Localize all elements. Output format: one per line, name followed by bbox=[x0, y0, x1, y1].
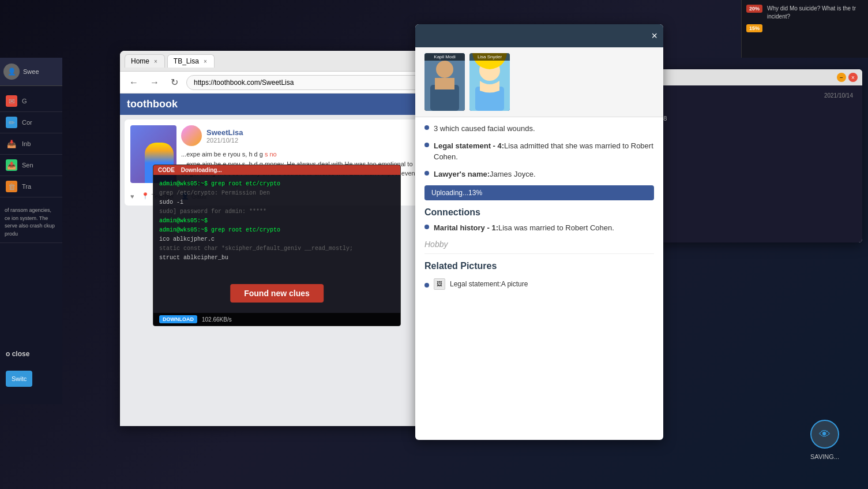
terminal-download-speed: 102.66KB/s bbox=[202, 316, 232, 323]
hobby-section: Hobby bbox=[424, 240, 654, 254]
notification-item-2: 15% bbox=[746, 24, 863, 32]
bullet-2 bbox=[424, 143, 429, 147]
related-pictures-title: Related Pictures bbox=[424, 261, 654, 271]
nav-item-mail[interactable]: ✉ G bbox=[0, 91, 62, 112]
nav-item-compose[interactable]: ✏ Cor bbox=[0, 112, 62, 133]
browser-tabbar: Home × TB_Lisa × bbox=[120, 51, 431, 72]
eye-symbol: 👁 bbox=[819, 428, 831, 441]
pw-minimize-button[interactable]: − bbox=[837, 73, 846, 82]
right-notifications-panel: 20% Why did Mo suicide? What is the tr i… bbox=[741, 0, 868, 58]
info-lawyer-name: Lawyer's name:James Joyce. bbox=[424, 169, 654, 180]
terminal-line-6: admin@wks05:~$ grep root etc/crypto bbox=[159, 226, 394, 235]
post-user-name: SweetLisa bbox=[206, 128, 243, 137]
nav-item-trash[interactable]: 🗑 Tra bbox=[0, 176, 62, 197]
trash-icon: 🗑 bbox=[6, 181, 17, 192]
post-user-info: SweetLisa 2021/10/12 bbox=[206, 128, 243, 144]
terminal-line-5: admin@wks05:~$ bbox=[159, 216, 394, 226]
post-user-avatar bbox=[181, 125, 202, 146]
info-panel-avatars: Kapil Modi Lisa Snyder bbox=[415, 47, 663, 117]
saving-text: SAVING... bbox=[810, 453, 839, 460]
nav-back-button[interactable]: ← bbox=[126, 76, 142, 89]
found-clues-banner: Found new clues bbox=[230, 284, 324, 303]
svg-rect-3 bbox=[435, 78, 454, 89]
nav-forward-button[interactable]: → bbox=[146, 76, 163, 89]
info-panel-header: × bbox=[415, 24, 663, 47]
tab-tb-lisa-close[interactable]: × bbox=[202, 58, 208, 65]
url-bar[interactable] bbox=[186, 75, 426, 90]
terminal-overlay: CODE Downloading... admin@wks05:~$ grep … bbox=[153, 165, 401, 326]
related-pic-item-1: 🖼 Legal statement:A picture bbox=[424, 276, 654, 292]
bullet-3 bbox=[424, 171, 429, 176]
tab-home-label: Home bbox=[131, 57, 149, 65]
info-panel-close-button[interactable]: × bbox=[651, 30, 657, 42]
nav-item-cor-label: Cor bbox=[22, 119, 32, 126]
terminal-line-3: sudo -i bbox=[159, 198, 394, 207]
info-marital-history: Marital history - 1:Lisa was married to … bbox=[424, 222, 654, 234]
compose-icon: ✏ bbox=[6, 117, 17, 128]
nav-item-inbox[interactable]: 📥 Inb bbox=[0, 133, 62, 155]
avatar-lisa-label: Lisa Snyder bbox=[469, 53, 510, 61]
mail-icon: ✉ bbox=[6, 95, 17, 107]
inbox-icon: 📥 bbox=[6, 138, 17, 150]
notif-text-1: Why did Mo suicide? What is the tr incid… bbox=[767, 5, 863, 21]
avatar-kapil-label: Kapil Modi bbox=[424, 53, 465, 61]
notification-item-1: 20% Why did Mo suicide? What is the tr i… bbox=[746, 5, 863, 21]
nav-item-mail-label: G bbox=[22, 98, 27, 104]
close-text-label: o close bbox=[6, 350, 29, 358]
nav-item-tra-label: Tra bbox=[22, 183, 31, 190]
terminal-line-9: struct ablkcipher_bu bbox=[159, 253, 394, 263]
notif-badge-1: 20% bbox=[746, 5, 762, 13]
terminal-line-4: sudo] password for admin: ***** bbox=[159, 207, 394, 216]
related-pic-text-1: Legal statement:A picture bbox=[450, 280, 528, 288]
svg-point-1 bbox=[436, 61, 453, 78]
terminal-line-7: ico ablkcjpher.c bbox=[159, 235, 394, 244]
nav-item-sent[interactable]: 📤 Sen bbox=[0, 155, 62, 176]
info-panel: × Kapil Modi bbox=[415, 24, 663, 440]
nav-item-inb-label: Inb bbox=[22, 140, 31, 147]
hobby-title: Hobby bbox=[424, 240, 448, 249]
lawyer-name-text: Lawyer's name:James Joyce. bbox=[434, 169, 536, 180]
avatar-lisa-snyder: Lisa Snyder bbox=[469, 53, 510, 111]
post-user-row: SweetLisa 2021/10/12 bbox=[181, 125, 421, 146]
tab-home-close[interactable]: × bbox=[153, 58, 159, 65]
marital-history-text: Marital history - 1:Lisa was married to … bbox=[434, 222, 614, 234]
user-avatar: 👤 bbox=[3, 64, 20, 80]
picture-icon: 🖼 bbox=[434, 278, 445, 290]
bullet-5 bbox=[424, 283, 429, 288]
saving-indicator: 👁 SAVING... bbox=[810, 420, 839, 460]
avatar-kapil-img bbox=[424, 53, 465, 111]
bullet-4 bbox=[424, 225, 429, 229]
notif-badge-2: 15% bbox=[746, 24, 762, 32]
terminal-header: CODE Downloading... bbox=[153, 165, 400, 175]
terminal-body: admin@wks05:~$ grep root etc/crypto grep… bbox=[153, 175, 400, 301]
info-partial-text: 3 which caused facial wounds. bbox=[424, 123, 654, 135]
nav-item-sen-label: Sen bbox=[22, 162, 33, 169]
terminal-line-2: grep /etc/crypto: Permission Den bbox=[159, 189, 394, 198]
left-panel-header: 👤 Swee bbox=[0, 58, 62, 86]
nav-items-list: ✉ G ✏ Cor 📥 Inb 📤 Sen 🗑 Tra bbox=[0, 86, 62, 202]
terminal-line-1: admin@wks05:~$ grep root etc/crypto bbox=[159, 180, 394, 189]
upload-progress-bar: Uploading...13% bbox=[424, 185, 654, 200]
nav-refresh-button[interactable]: ↻ bbox=[167, 76, 182, 89]
post-date: 2021/10/12 bbox=[206, 137, 243, 144]
evidence-partial: 3 which caused facial wounds. bbox=[434, 123, 535, 135]
eye-icon: 👁 bbox=[810, 420, 839, 449]
terminal-download-label: DOWNLOAD bbox=[159, 315, 197, 323]
tab-home[interactable]: Home × bbox=[125, 54, 165, 68]
terminal-line-8: static const char *skcipher_default_geni… bbox=[159, 244, 394, 253]
info-legal-statement-4: Legal statement - 4:Lisa admitted that s… bbox=[424, 140, 654, 163]
connections-title: Connections bbox=[424, 207, 654, 218]
legal-statement-4-text: Legal statement - 4:Lisa admitted that s… bbox=[434, 140, 654, 163]
user-name-label: Swee bbox=[23, 68, 39, 75]
tab-tb-lisa-label: TB_Lisa bbox=[174, 57, 199, 65]
pw-close-button[interactable]: × bbox=[848, 73, 858, 82]
left-nav-panel: 👤 Swee ✉ G ✏ Cor 📥 Inb 📤 Sen 🗑 Tra of ra… bbox=[0, 58, 62, 404]
switch-button[interactable]: Switc bbox=[6, 371, 32, 387]
toothbook-header: toothbook bbox=[120, 94, 431, 115]
tab-tb-lisa[interactable]: TB_Lisa × bbox=[167, 54, 215, 68]
avatar-lisa-img bbox=[469, 53, 510, 111]
terminal-code-label: CODE bbox=[158, 167, 175, 173]
upload-progress-text: Uploading...13% bbox=[431, 189, 482, 197]
terminal-download-bar: DOWNLOAD 102.66KB/s bbox=[153, 313, 400, 326]
info-panel-content[interactable]: 3 which caused facial wounds. Legal stat… bbox=[415, 117, 663, 440]
